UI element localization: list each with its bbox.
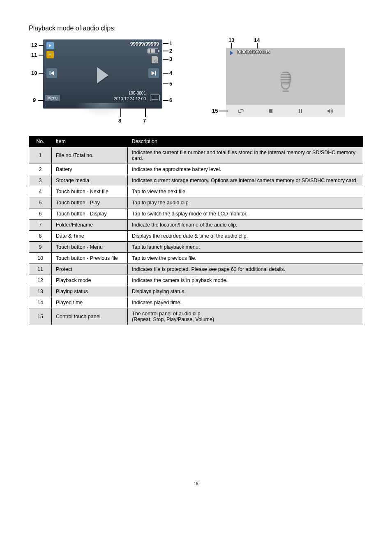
table-row: 5Touch button - PlayTap to play the audi…: [29, 197, 363, 208]
table-row: 8Date & TimeDisplays the recorded date &…: [29, 231, 363, 242]
cell-desc: Tap to switch the display mode of the LC…: [128, 208, 363, 220]
cell-no: 3: [29, 175, 52, 186]
table-row: 2BatteryIndicates the approximate batter…: [29, 164, 363, 175]
cell-item: Playing status: [52, 286, 128, 297]
svg-rect-1: [299, 109, 300, 113]
cell-item: Played time: [52, 297, 128, 308]
callout-line: [39, 45, 44, 46]
cell-item: Storage media: [52, 175, 128, 186]
cell-item: Touch button - Play: [52, 197, 128, 208]
callout-line: [163, 83, 168, 84]
cell-no: 9: [29, 242, 52, 253]
callout-12: 12: [31, 42, 37, 48]
file-counter: 99999/99999: [130, 41, 159, 47]
table-row: 1File no./Total no.Indicates the current…: [29, 147, 363, 164]
table-row: 15Control touch panelThe control panel o…: [29, 308, 363, 325]
callout-line: [257, 43, 258, 49]
repeat-icon: [237, 107, 244, 115]
next-file-button[interactable]: [148, 68, 159, 78]
cell-desc: The control panel of audio clip. (Repeat…: [128, 308, 363, 325]
callout-9: 9: [33, 97, 36, 103]
play-button[interactable]: [97, 67, 108, 83]
callout-6: 6: [169, 97, 172, 103]
battery-icon: [148, 49, 158, 53]
table-row: 7Folder/FilenameIndicate the location/fi…: [29, 220, 363, 231]
skip-previous-icon: [49, 70, 55, 76]
svg-rect-0: [269, 109, 272, 112]
callout-2: 2: [169, 48, 172, 54]
callout-11: 11: [31, 52, 37, 58]
cell-item: Control touch panel: [52, 308, 128, 325]
played-time: 0:00:01/0:01:15: [238, 49, 270, 54]
callout-7: 7: [143, 118, 146, 124]
page-title: Playback mode of audio clips:: [29, 25, 363, 32]
cell-desc: Indicates the current file number and to…: [128, 147, 363, 164]
camera-screen-1: 99999/99999 🔒 Menu 100-0001 2010.12.24 1…: [43, 39, 162, 109]
table-row: 9Touch button - MenuTap to launch playba…: [29, 242, 363, 253]
table-row: 14Played timeIndicates played time.: [29, 297, 363, 308]
cell-no: 4: [29, 186, 52, 197]
svg-rect-2: [301, 109, 302, 113]
callout-10: 10: [31, 70, 37, 76]
description-table: No. Item Description 1File no./Total no.…: [29, 136, 363, 325]
cell-no: 5: [29, 197, 52, 208]
callout-14: 14: [254, 37, 260, 43]
callout-13: 13: [228, 37, 234, 43]
menu-button[interactable]: Menu: [45, 95, 60, 101]
cell-desc: Tap to view the previous file.: [128, 253, 363, 264]
cell-no: 15: [29, 308, 52, 325]
protect-lock-icon: 🔒: [46, 51, 54, 58]
playing-status-icon: [228, 50, 235, 56]
callout-line: [163, 51, 168, 51]
volume-button[interactable]: [326, 107, 334, 115]
repeat-button[interactable]: [237, 107, 245, 115]
cell-item: Touch button - Next file: [52, 186, 128, 197]
stop-icon: [268, 108, 274, 114]
col-item: Item: [52, 136, 128, 147]
cell-no: 12: [29, 275, 52, 286]
storage-card-icon: [152, 56, 158, 63]
callout-line: [39, 55, 44, 56]
callout-5: 5: [169, 81, 172, 87]
cell-item: Battery: [52, 164, 128, 175]
page-number: 18: [29, 481, 363, 486]
cell-desc: Indicates file is protected. Please see …: [128, 264, 363, 275]
callout-line: [163, 73, 168, 74]
callout-line: [231, 43, 232, 49]
callout-line: [145, 109, 146, 117]
cell-desc: Indicate the location/filename of the au…: [128, 220, 363, 231]
cell-item: Touch button - Display: [52, 208, 128, 220]
diagram-container: 99999/99999 🔒 Menu 100-0001 2010.12.24 1…: [29, 39, 363, 126]
callout-4: 4: [169, 70, 172, 76]
cell-no: 1: [29, 147, 52, 164]
playing-screen-diagram: 0:00:01/0:01:15: [210, 39, 357, 126]
callout-3: 3: [169, 56, 172, 62]
cell-no: 14: [29, 297, 52, 308]
cell-no: 8: [29, 231, 52, 242]
microphone-icon: [278, 72, 293, 95]
cell-item: Protect: [52, 264, 128, 275]
callout-8: 8: [118, 118, 121, 124]
col-no: No.: [29, 136, 52, 147]
table-row: 10Touch button - Previous fileTap to vie…: [29, 253, 363, 264]
play-pause-button[interactable]: [296, 107, 304, 115]
skip-next-icon: [151, 70, 157, 76]
cell-item: Touch button - Previous file: [52, 253, 128, 264]
cell-desc: Indicates the camera is in playback mode…: [128, 275, 363, 286]
callout-line: [163, 59, 168, 60]
callout-15: 15: [212, 108, 218, 114]
cell-item: File no./Total no.: [52, 147, 128, 164]
cell-item: Folder/Filename: [52, 220, 128, 231]
previous-file-button[interactable]: [46, 68, 57, 78]
cell-desc: Tap to launch playback menu.: [128, 242, 363, 253]
control-touch-panel[interactable]: [226, 104, 345, 117]
col-desc: Description: [128, 136, 363, 147]
cell-desc: Displays playing status.: [128, 286, 363, 297]
callout-line: [163, 43, 168, 44]
date-time: 2010.12.24 12:00: [114, 97, 146, 101]
reflection-decoration: [76, 103, 129, 118]
display-button[interactable]: [150, 95, 160, 101]
table-row: 3Storage mediaIndicates current storage …: [29, 175, 363, 186]
cell-desc: Tap to play the audio clip.: [128, 197, 363, 208]
stop-button[interactable]: [267, 107, 275, 115]
